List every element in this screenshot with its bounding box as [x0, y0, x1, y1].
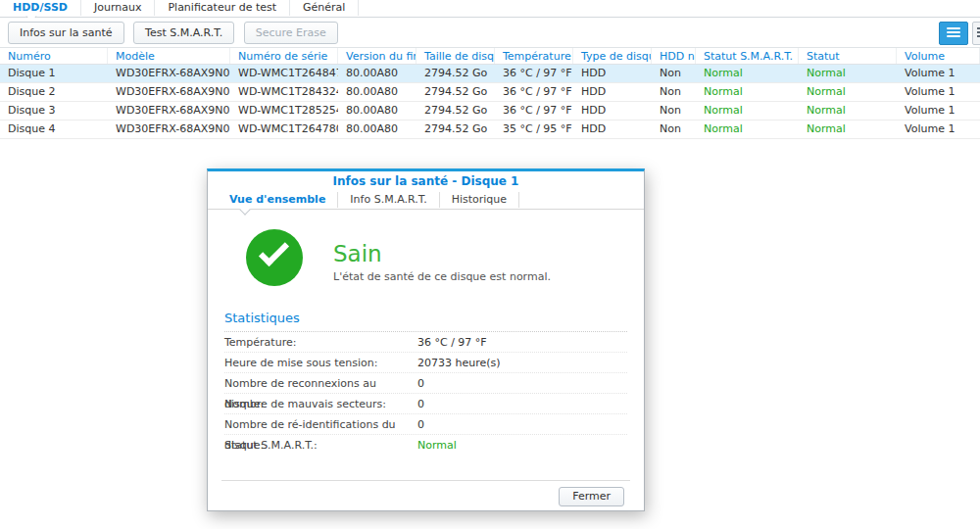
- detail-view-button[interactable]: [972, 22, 980, 45]
- disk-table-header: NuméroModèleNuméro de sérieVersion du fi…: [0, 47, 980, 65]
- stat-value: 36 °C / 97 °F: [417, 332, 487, 352]
- table-cell: WD-WMC1T2843249: [230, 83, 338, 101]
- table-cell: 2794.52 Go: [416, 83, 495, 101]
- table-cell: 80.00A80: [338, 83, 416, 101]
- stat-row: Heure de mise sous tension:20733 heure(s…: [224, 353, 627, 373]
- table-row[interactable]: Disque 2WD30EFRX-68AX9N0WD-WMC1T28432498…: [0, 83, 980, 102]
- table-cell: Normal: [696, 120, 799, 138]
- table-cell: Disque 1: [0, 65, 108, 82]
- table-cell: WD30EFRX-68AX9N0: [108, 102, 230, 120]
- table-cell: Normal: [799, 83, 897, 101]
- stat-value: 0: [417, 414, 424, 434]
- table-row[interactable]: Disque 4WD30EFRX-68AX9N0WD-WMC1T26478098…: [0, 120, 980, 139]
- stat-row: Température:36 °C / 97 °F: [224, 332, 627, 353]
- table-row[interactable]: Disque 1WD30EFRX-68AX9N0WD-WMC1T26484798…: [0, 65, 980, 83]
- table-cell: WD-WMC1T2852548: [230, 102, 338, 120]
- table-cell: Non: [652, 120, 696, 138]
- stat-label: Température:: [224, 332, 417, 352]
- dialog-content: Sain L'état de santé de ce disque est no…: [208, 229, 644, 456]
- table-cell: Volume 1: [897, 120, 980, 138]
- table-cell: WD30EFRX-68AX9N0: [108, 83, 230, 101]
- column-header[interactable]: Type de disque: [573, 48, 652, 64]
- table-cell: Non: [652, 65, 696, 82]
- disk-table: Disque 1WD30EFRX-68AX9N0WD-WMC1T26484798…: [0, 65, 980, 139]
- table-cell: Normal: [799, 120, 897, 138]
- table-cell: 80.00A80: [338, 102, 416, 120]
- table-cell: Non: [652, 83, 696, 101]
- tab-hdd-ssd[interactable]: HDD/SSD: [0, 0, 81, 16]
- table-cell: Disque 3: [0, 102, 108, 120]
- table-row[interactable]: Disque 3WD30EFRX-68AX9N0WD-WMC1T28525488…: [0, 102, 980, 120]
- statistics-list: Température:36 °C / 97 °FHeure de mise s…: [224, 332, 627, 456]
- column-header[interactable]: Version du firm...: [338, 48, 416, 64]
- checkmark-icon: [259, 236, 289, 266]
- column-header[interactable]: Statut: [799, 48, 897, 64]
- table-cell: Normal: [696, 65, 799, 82]
- table-cell: 2794.52 Go: [416, 65, 495, 82]
- column-header[interactable]: Modèle: [108, 48, 230, 64]
- tab-journaux[interactable]: Journaux: [81, 0, 155, 16]
- table-cell: Non: [652, 102, 696, 120]
- table-cell: Disque 4: [0, 120, 108, 138]
- table-cell: Volume 1: [897, 83, 980, 101]
- column-header[interactable]: HDD na...: [652, 48, 696, 64]
- column-header[interactable]: Numéro: [0, 48, 108, 64]
- stat-row: Nombre de reconnexions au disque:0: [224, 373, 627, 394]
- stat-row: Nombre de mauvais secteurs:0: [224, 394, 627, 414]
- close-button[interactable]: Fermer: [559, 487, 624, 506]
- stat-value: 20733 heure(s): [417, 353, 501, 372]
- column-header[interactable]: Taille de disque: [416, 48, 495, 64]
- list-view-button[interactable]: [939, 22, 968, 45]
- table-cell: HDD: [573, 102, 652, 120]
- dialog-tab-history[interactable]: Historique: [440, 192, 519, 208]
- toolbar: Infos sur la santé Test S.M.A.R.T. Secur…: [0, 18, 980, 47]
- table-cell: Normal: [799, 65, 897, 82]
- column-header[interactable]: Volume: [897, 48, 980, 64]
- table-cell: 36 °C / 97 °F: [495, 83, 573, 101]
- column-header[interactable]: Statut S.M.A.R.T.: [696, 48, 799, 64]
- stat-label: Heure de mise sous tension:: [224, 353, 417, 372]
- check-circle-icon: [246, 229, 303, 286]
- table-cell: WD30EFRX-68AX9N0: [108, 120, 230, 138]
- stat-label: Nombre de ré-identifications du disque:: [224, 414, 417, 434]
- dialog-tab-bar: Vue d'ensembleInfo S.M.A.R.T.Historique: [208, 192, 644, 210]
- dialog-tab-smart-info[interactable]: Info S.M.A.R.T.: [338, 192, 439, 208]
- table-cell: WD-WMC1T2647809: [230, 120, 338, 138]
- table-cell: 36 °C / 97 °F: [495, 65, 573, 82]
- health-info-dialog: Infos sur la santé - Disque 1 Vue d'ense…: [207, 168, 645, 511]
- table-cell: HDD: [573, 65, 652, 82]
- table-cell: Disque 2: [0, 83, 108, 101]
- table-cell: HDD: [573, 83, 652, 101]
- stat-row: Statut S.M.A.R.T.:Normal: [224, 435, 627, 456]
- stat-label: Statut S.M.A.R.T.:: [224, 435, 417, 456]
- dialog-footer: Fermer: [221, 480, 630, 510]
- tab-general[interactable]: Général: [290, 0, 359, 16]
- table-cell: WD-WMC1T2648479: [230, 65, 338, 82]
- health-description: L'état de santé de ce disque est normal.: [333, 270, 551, 283]
- stat-label: Nombre de reconnexions au disque:: [224, 373, 417, 393]
- column-header[interactable]: Température: [495, 48, 573, 64]
- stat-value: 0: [417, 394, 424, 413]
- module-tab-bar: HDD/SSDJournauxPlanificateur de testGéné…: [0, 0, 980, 18]
- table-cell: 80.00A80: [338, 120, 416, 138]
- table-cell: 35 °C / 95 °F: [495, 120, 573, 138]
- tab-planificateur-de-test[interactable]: Planificateur de test: [155, 0, 290, 16]
- health-info-button[interactable]: Infos sur la santé: [8, 22, 124, 44]
- table-cell: 36 °C / 97 °F: [495, 102, 573, 120]
- table-cell: Normal: [696, 102, 799, 120]
- dialog-tab-overview[interactable]: Vue d'ensemble: [218, 192, 338, 208]
- table-cell: 80.00A80: [338, 65, 416, 82]
- table-cell: Normal: [696, 83, 799, 101]
- stat-label: Nombre de mauvais secteurs:: [224, 394, 417, 413]
- column-header[interactable]: Numéro de série: [230, 48, 338, 64]
- statistics-heading: Statistiques: [224, 311, 627, 332]
- stat-value: 0: [417, 373, 424, 393]
- health-summary: Sain L'état de santé de ce disque est no…: [224, 229, 627, 286]
- smart-test-button[interactable]: Test S.M.A.R.T.: [133, 22, 234, 44]
- table-cell: Volume 1: [897, 65, 980, 82]
- stat-row: Nombre de ré-identifications du disque:0: [224, 414, 627, 435]
- stat-value: Normal: [417, 435, 457, 456]
- secure-erase-button[interactable]: Secure Erase: [244, 22, 338, 44]
- health-status: Sain: [333, 241, 551, 266]
- dialog-title: Infos sur la santé - Disque 1: [208, 171, 644, 192]
